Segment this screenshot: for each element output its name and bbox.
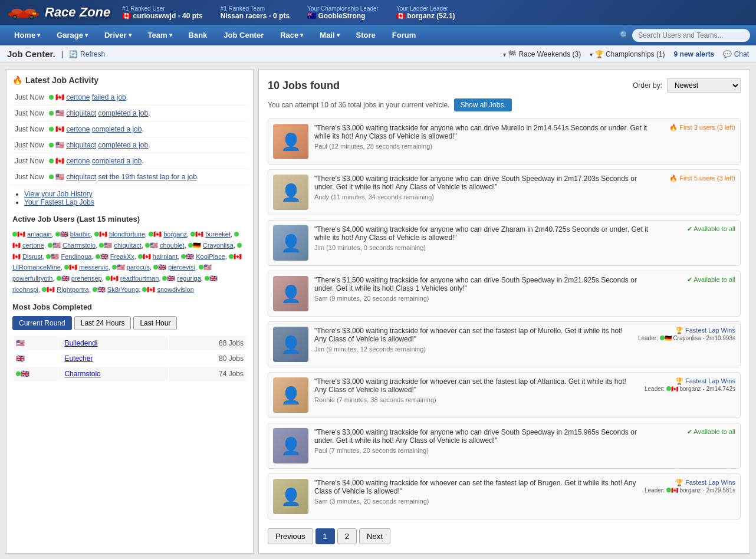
job-quote: "There's $4,000 waiting trackside for an… [314, 225, 653, 242]
job-description: "There's $3,000 waiting trackside for an… [314, 428, 653, 454]
user-link[interactable]: Crayonlisa [203, 242, 234, 249]
tab-last-24h[interactable]: Last 24 Hours [74, 316, 132, 330]
activity-action-link[interactable]: completed a job [98, 141, 148, 149]
championship-leader-block: Your Championship Leader 🇦🇺 GoobleStrong [307, 5, 379, 20]
user-link[interactable]: chiquitact [114, 242, 141, 249]
user-link[interactable]: Sk8rYoung [107, 286, 139, 293]
activity-user-link[interactable]: certone [66, 125, 90, 133]
nav-driver[interactable]: Driver ▾ [96, 25, 140, 45]
user-link[interactable]: parocus [127, 264, 150, 271]
nav-search-area: 🔍 [620, 29, 750, 42]
championships-btn[interactable]: ▾ 🏆 Championships (1) [590, 50, 665, 58]
job-badge: ✔ Available to all [659, 428, 735, 436]
show-all-jobs-button[interactable]: Show all Jobs. [454, 98, 511, 111]
user-link[interactable]: bureeket [205, 231, 231, 238]
tab-last-hour[interactable]: Last Hour [133, 316, 177, 330]
activity-user-link[interactable]: chiquitact [66, 173, 96, 181]
alerts-button[interactable]: 9 new alerts [674, 50, 715, 58]
user-link[interactable]: snowdivision [157, 286, 193, 293]
search-input[interactable] [632, 29, 750, 42]
nav-garage[interactable]: Garage ▾ [48, 25, 96, 45]
nav-race[interactable]: Race ▾ [272, 25, 311, 45]
activity-action-link[interactable]: completed a job [98, 109, 148, 117]
user-name-cell: Bulledendi [62, 336, 168, 350]
user-link[interactable]: LilRomanceMine [12, 264, 61, 271]
table-row: 🇬🇧 Eutecher 80 Jobs [14, 351, 246, 366]
user-link[interactable]: readfourtman [120, 275, 159, 282]
user-link[interactable]: Bulledendi [64, 339, 97, 347]
previous-button[interactable]: Previous [268, 528, 313, 544]
user-link[interactable]: Charmstolo [63, 242, 96, 249]
user-link[interactable]: Fendingua [61, 253, 91, 260]
user-link[interactable]: Disrust [22, 253, 42, 260]
nav-home[interactable]: Home ▾ [6, 25, 48, 45]
left-sidebar: 🔥 Latest Job Activity Just Now 🇨🇦 certon… [6, 69, 254, 554]
user-link[interactable]: piercevisi [168, 264, 195, 271]
top-bar-info: #1 Ranked User 🇨🇦 curiouswwjd - 40 pts #… [122, 5, 750, 20]
user-link[interactable]: prehensep [71, 275, 102, 282]
user-link[interactable]: Charmstolo [64, 370, 100, 378]
fastest-lap-link[interactable]: Your Fastest Lap Jobs [24, 198, 94, 206]
race-weekends-btn[interactable]: ▾ 🏁 Race Weekends (3) [503, 50, 581, 58]
activity-user-link[interactable]: chiquitact [66, 109, 96, 117]
nav-store[interactable]: Store [348, 25, 384, 45]
activity-action-link[interactable]: set the 19th fastest lap for a job [98, 173, 196, 181]
activity-action-link[interactable]: failed a job [92, 93, 126, 101]
job-badge: 🔥 First 3 users (3 left) [659, 124, 735, 131]
activity-time: Just Now [15, 125, 44, 133]
separator: | [61, 50, 63, 58]
tab-current-round[interactable]: Current Round [12, 316, 72, 330]
user-link[interactable]: certone [22, 242, 44, 249]
next-button[interactable]: Next [359, 528, 390, 544]
online-indicator [49, 143, 54, 147]
page-2-button[interactable]: 2 [337, 528, 357, 544]
user-link[interactable]: Eutecher [64, 354, 93, 363]
activity-action-link[interactable]: completed a job [92, 157, 142, 165]
activity-action-link[interactable]: completed a job [92, 125, 142, 133]
job-avatar: 👤 [273, 175, 308, 210]
user-name-cell: Eutecher [62, 351, 168, 366]
job-avatar: 👤 [273, 428, 308, 463]
chat-button[interactable]: 💬 Chat [723, 50, 749, 58]
job-avatar: 👤 [273, 479, 308, 514]
online-indicator [49, 95, 54, 100]
order-by-select[interactable]: Newest Oldest Prize Time Remaining [667, 78, 741, 93]
user-link[interactable]: Rightportra [57, 286, 88, 293]
job-avatar: 👤 [273, 124, 308, 159]
ranked-user-label: #1 Ranked User [122, 5, 202, 12]
ladder-leader-block: Your Ladder Leader 🇨🇦 borganz (52.1) [396, 5, 455, 20]
page-1-button[interactable]: 1 [315, 528, 335, 544]
activity-user-link[interactable]: certone [66, 157, 90, 165]
refresh-button[interactable]: 🔄 Refresh [69, 50, 105, 58]
nav-jobcenter[interactable]: Job Center [215, 25, 272, 45]
championship-leader-value: 🇦🇺 GoobleStrong [307, 12, 379, 20]
user-link[interactable]: FreakXx [110, 253, 134, 260]
user-link[interactable]: blaubic [70, 231, 91, 238]
user-link[interactable]: messervic [79, 264, 109, 271]
activity-user-link[interactable]: certone [66, 93, 90, 101]
content-wrapper: 🔥 Latest Job Activity Just Now 🇨🇦 certon… [0, 63, 756, 559]
table-row: 🇬🇧 Charmstolo 74 Jobs [14, 367, 246, 381]
nav-forum[interactable]: Forum [384, 25, 424, 45]
svg-point-2 [12, 9, 22, 14]
job-quote: "There's $3,000 waiting trackside for wh… [314, 327, 632, 343]
job-history-link[interactable]: View your Job History [24, 190, 93, 198]
nav-team[interactable]: Team ▾ [140, 25, 180, 45]
job-card: 👤 "There's $3,000 waiting trackside for … [268, 423, 741, 469]
job-card: 👤 "There's $3,000 waiting trackside for … [268, 119, 741, 165]
user-link[interactable]: aniagain [27, 231, 52, 238]
nav-bank[interactable]: Bank [180, 25, 216, 45]
user-link[interactable]: reguriga [177, 275, 200, 282]
user-link[interactable]: borganz [163, 231, 187, 238]
user-link[interactable]: KoolPlace [196, 253, 225, 260]
user-link[interactable]: powerfullryoth [12, 275, 52, 282]
nav-mail[interactable]: Mail ▾ [311, 25, 347, 45]
user-link[interactable]: blondfortune [109, 231, 145, 238]
user-link[interactable]: choublet [160, 242, 185, 249]
job-card: 👤 "There's $3,000 waiting trackside for … [268, 372, 741, 418]
user-link[interactable]: hairniant [153, 253, 178, 260]
user-link[interactable]: ricohnspi [12, 286, 38, 293]
logo[interactable]: Race Zone [6, 4, 110, 21]
job-description: "There's $4,000 waiting trackside for an… [314, 225, 653, 251]
activity-user-link[interactable]: chiquitact [66, 141, 96, 149]
